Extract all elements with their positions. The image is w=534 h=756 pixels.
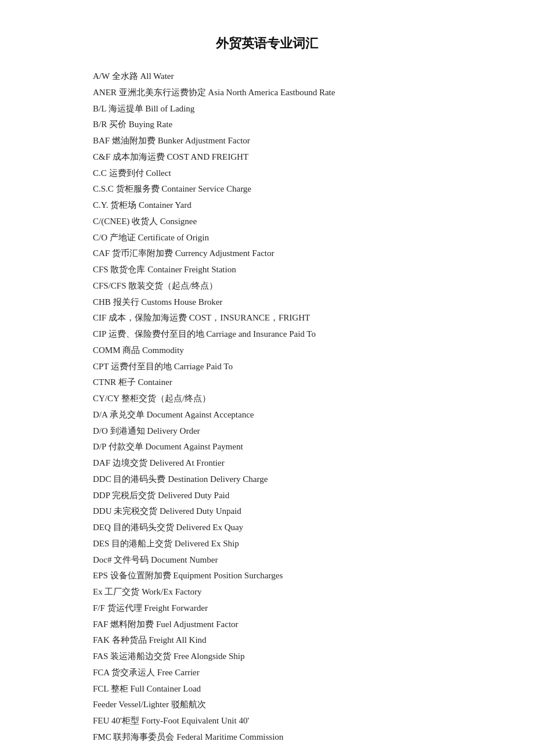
list-item: CFS/CFS 散装交货（起点/终点） [93, 278, 441, 294]
list-item: C.S.C 货柜服务费 Container Service Charge [93, 181, 441, 197]
list-item: C&F 成本加海运费 COST AND FREIGHT [93, 149, 441, 165]
list-item: CHB 报关行 Customs House Broker [93, 294, 441, 311]
list-item: DEQ 目的港码头交货 Delivered Ex Quay [93, 520, 441, 536]
list-item: BAF 燃油附加费 Bunker Adjustment Factor [93, 133, 441, 149]
list-item: B/L 海运提单 Bill of Lading [93, 101, 441, 117]
list-item: DES 目的港船上交货 Delivered Ex Ship [93, 536, 441, 552]
list-item: FAF 燃料附加费 Fuel Adjustment Factor [93, 617, 441, 633]
list-item: Feeder Vessel/Lighter 驳船航次 [93, 697, 441, 713]
list-item: CIF 成本，保险加海运费 COST，INSURANCE，FRIGHT [93, 310, 441, 326]
list-item: D/A 承兑交单 Document Against Acceptance [93, 407, 441, 423]
list-item: DDC 目的港码头费 Destination Delivery Charge [93, 471, 441, 488]
list-item: COMM 商品 Commodity [93, 343, 441, 359]
list-item: CAF 货币汇率附加费 Currency Adjustment Factor [93, 246, 441, 262]
list-item: C.C 运费到付 Collect [93, 165, 441, 182]
list-item: D/P 付款交单 Document Against Payment [93, 439, 441, 455]
list-item: Ex 工厂交货 Work/Ex Factory [93, 584, 441, 600]
list-item: C/(CNEE) 收货人 Consignee [93, 214, 441, 230]
list-item: FAK 各种货品 Freight All Kind [93, 632, 441, 649]
list-item: DDU 未完税交货 Delivered Duty Unpaid [93, 503, 441, 520]
list-item: CIP 运费、保险费付至目的地 Carriage and Insurance P… [93, 326, 441, 343]
list-item: C.Y. 货柜场 Container Yard [93, 197, 441, 214]
list-item: DDP 完税后交货 Delivered Duty Paid [93, 488, 441, 504]
list-item: CFS 散货仓库 Container Freight Station [93, 262, 441, 278]
list-item: FEU 40'柜型 Forty-Foot Equivalent Unit 40' [93, 713, 441, 729]
list-item: FCL 整柜 Full Container Load [93, 681, 441, 697]
list-item: EPS 设备位置附加费 Equipment Position Surcharge… [93, 568, 441, 584]
list-item: FCA 货交承运人 Free Carrier [93, 665, 441, 681]
list-item: FMC 联邦海事委员会 Federal Maritime Commission [93, 729, 441, 746]
list-item: A/W 全水路 All Water [93, 69, 441, 85]
list-item: CY/CY 整柜交货（起点/终点） [93, 391, 441, 407]
list-item: ANER 亚洲北美东行运费协定 Asia North America Eastb… [93, 85, 441, 101]
list-item: C/O 产地证 Certificate of Origin [93, 230, 441, 246]
list-item: CPT 运费付至目的地 Carriage Paid To [93, 359, 441, 375]
list-item: CTNR 柜子 Container [93, 375, 441, 391]
list-item: FAS 装运港船边交货 Free Alongside Ship [93, 649, 441, 665]
list-item: Doc# 文件号码 Document Number [93, 552, 441, 568]
page-title: 外贸英语专业词汇 [93, 35, 441, 52]
list-item: DAF 边境交货 Delivered At Frontier [93, 455, 441, 471]
list-item: F/F 货运代理 Freight Forwarder [93, 600, 441, 617]
list-item: B/R 买价 Buying Rate [93, 117, 441, 133]
entries-container: A/W 全水路 All WaterANER 亚洲北美东行运费协定 Asia No… [93, 69, 441, 746]
list-item: D/O 到港通知 Delivery Order [93, 423, 441, 440]
